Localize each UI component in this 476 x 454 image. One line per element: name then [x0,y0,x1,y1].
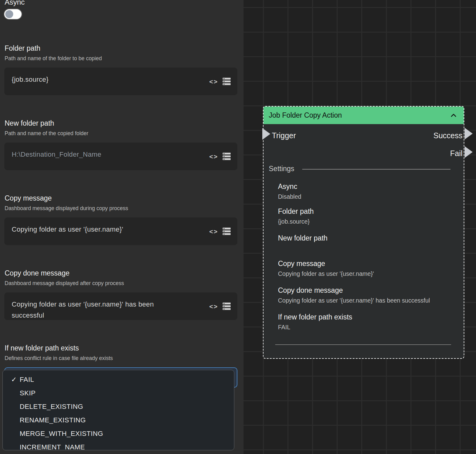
field-label: Copy done message [5,269,69,277]
input-value: Copying folder as user '{user.name}' [12,224,184,235]
input-icons: <> [209,228,231,235]
folder-path-input[interactable]: {job.source} <> [4,68,237,95]
field-description: Dashboard message displayed after copy p… [5,280,124,287]
dropdown-option-fail[interactable]: ✓ FAIL [3,373,234,386]
data-list-icon[interactable] [223,153,231,160]
node-title: Job Folder Copy Action [269,107,342,124]
field-label: If new folder path exists [5,344,79,352]
field-description: Dashboard message displayed during copy … [5,205,128,212]
copy-message-input[interactable]: Copying folder as user '{user.name}' <> [4,217,237,245]
input-port-label: Trigger [272,131,296,140]
input-placeholder: H:\Destination_Folder_Name [12,149,184,160]
data-list-icon[interactable] [223,228,231,235]
toggle-knob-icon [5,10,13,18]
input-value: {job.source} [12,74,184,85]
conflict-rule-dropdown: ✓ FAIL SKIP DELETE_EXISTING RENAME_EXIST… [2,370,234,450]
success-port-arrow-icon[interactable] [465,128,473,139]
code-icon[interactable]: <> [209,153,218,160]
copy-done-message-input[interactable]: Copying folder as user '{user.name}' has… [4,292,237,320]
dropdown-option-merge-with-existing[interactable]: MERGE_WITH_EXISTING [3,427,234,440]
node-header[interactable]: Job Folder Copy Action [264,107,464,124]
field-description: Path and name of the folder to be copied [5,55,102,62]
settings-divider [302,169,450,170]
field-label: New folder path [5,119,54,127]
check-icon: ✓ [11,373,17,386]
node-setting-async: Async Disabled [278,182,453,200]
node-bottom-divider [275,344,451,345]
async-toggle[interactable] [4,9,22,19]
code-icon[interactable]: <> [209,228,218,235]
field-label: Folder path [5,44,40,53]
properties-panel: Async Folder path Path and name of the f… [0,0,244,454]
chevron-up-icon[interactable] [451,114,456,117]
fail-port-label: Fail [450,149,462,158]
dropdown-option-delete-existing[interactable]: DELETE_EXISTING [3,400,234,413]
code-icon[interactable]: <> [209,78,218,85]
node-setting-if-new-folder-path-exists: If new folder path exists FAIL [278,313,453,331]
node-setting-folder-path: Folder path {job.source} [278,207,453,225]
input-icons: <> [209,78,231,85]
data-list-icon[interactable] [223,303,231,310]
field-label: Copy message [5,194,52,202]
data-list-icon[interactable] [223,78,231,85]
node-setting-new-folder-path: New folder path [278,234,453,245]
input-value: Copying folder as user '{user.name}' has… [12,299,184,321]
node-setting-copy-message: Copy message Copying folder as user '{us… [278,260,453,277]
fail-port-arrow-icon[interactable] [465,146,473,158]
new-folder-path-input[interactable]: H:\Destination_Folder_Name <> [4,143,237,170]
dropdown-option-rename-existing[interactable]: RENAME_EXISTING [3,413,234,427]
node-job-folder-copy-action[interactable]: Job Folder Copy Action Trigger Success F… [263,106,464,359]
input-port-arrow-icon[interactable] [262,128,270,140]
flow-canvas[interactable]: Job Folder Copy Action Trigger Success F… [244,0,476,454]
input-icons: <> [209,303,231,310]
code-icon[interactable]: <> [209,303,218,310]
dropdown-option-increment-name[interactable]: INCREMENT_NAME [3,440,234,450]
input-icons: <> [209,153,231,160]
field-description: Defines conflict rule in case file alrea… [5,355,113,362]
success-port-label: Success [434,131,462,140]
field-description: Path and name of the copied folder [5,130,88,137]
node-setting-copy-done-message: Copy done message Copying folder as user… [278,286,453,304]
settings-section-label: Settings [269,165,294,173]
dropdown-option-skip[interactable]: SKIP [3,386,234,400]
async-field-label: Async [5,0,25,6]
